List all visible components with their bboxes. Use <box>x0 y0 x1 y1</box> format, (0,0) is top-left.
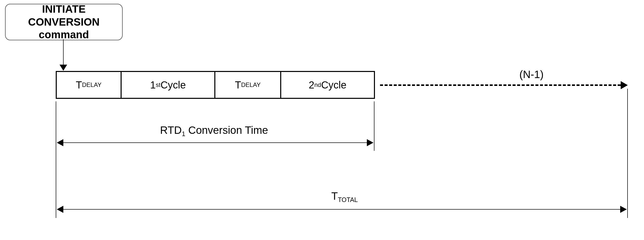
continuation-count-label: (N-1) <box>519 68 544 81</box>
continuation-arrow-head-icon <box>621 81 628 89</box>
command-arrow-line <box>63 39 64 66</box>
command-line2: command <box>39 28 89 41</box>
cycle1-num: 1 <box>150 79 156 91</box>
tdelay2-prefix: T <box>235 79 241 91</box>
dim1-line <box>63 142 367 143</box>
dim1-arrow-right-icon <box>367 139 373 146</box>
cycle2-num: 2 <box>309 79 314 91</box>
dim2-arrow-right-icon <box>620 206 627 213</box>
cycle2-word: Cycle <box>321 79 346 91</box>
timing-row: TDELAY 1st Cycle TDELAY 2nd Cycle <box>56 71 375 99</box>
dim1-ext-left <box>56 101 56 151</box>
continuation-dashed-line <box>380 84 621 86</box>
dim1-prefix: RTD <box>160 124 182 136</box>
dim1-arrow-left-icon <box>57 139 63 146</box>
tdelay2-sub: DELAY <box>241 81 261 88</box>
cycle1-sup: st <box>156 81 161 88</box>
command-arrow-head-icon <box>60 65 67 71</box>
segment-tdelay-1: TDELAY <box>56 71 122 99</box>
command-line1: INITIATE CONVERSION <box>6 3 122 28</box>
tdelay-prefix: T <box>76 79 82 91</box>
dim1-sub: 1 <box>182 130 185 137</box>
dim2-sub: TOTAL <box>338 196 358 203</box>
cycle2-sup: nd <box>314 81 321 88</box>
dim1-suffix: Conversion Time <box>185 124 268 136</box>
dim1-ext-right <box>374 101 374 151</box>
dim2-ext-right <box>627 89 628 218</box>
segment-cycle-2: 2nd Cycle <box>281 71 375 99</box>
initiate-conversion-command-box: INITIATE CONVERSION command <box>5 4 123 40</box>
dim2-line <box>63 209 621 210</box>
cycle1-word: Cycle <box>160 79 186 91</box>
segment-cycle-1: 1st Cycle <box>122 71 215 99</box>
dim2-label: TTOTAL <box>319 190 370 204</box>
tdelay-sub: DELAY <box>82 81 102 88</box>
dim2-prefix: T <box>331 190 338 202</box>
dim2-arrow-left-icon <box>57 206 63 213</box>
dim2-ext-left <box>56 151 56 218</box>
segment-tdelay-2: TDELAY <box>215 71 281 99</box>
dim1-label: RTD1 Conversion Time <box>155 124 274 138</box>
